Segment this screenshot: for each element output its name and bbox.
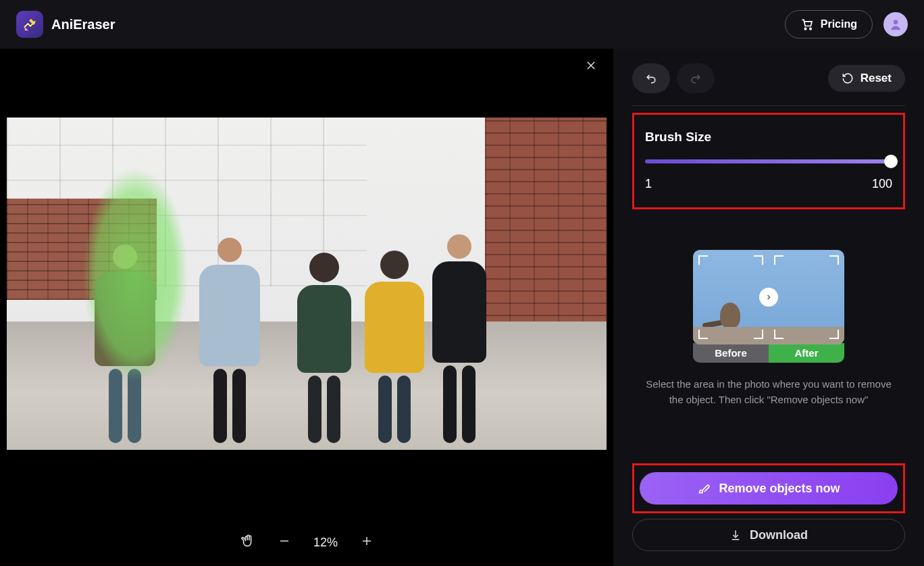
- reset-icon: [842, 72, 854, 84]
- logo-icon: [16, 11, 43, 38]
- user-icon: [889, 18, 902, 31]
- zoom-controls: 12%: [0, 519, 613, 566]
- preview-after: [769, 250, 844, 344]
- logo[interactable]: AniEraser: [16, 11, 116, 38]
- download-icon: [729, 529, 742, 541]
- remove-label: Remove objects now: [719, 482, 840, 496]
- chevron-right-icon: [759, 288, 778, 307]
- remove-objects-button[interactable]: Remove objects now: [640, 472, 898, 505]
- brush-icon: [697, 482, 711, 495]
- reset-button[interactable]: Reset: [828, 65, 905, 92]
- photo-person-5: [432, 234, 486, 443]
- undo-button[interactable]: [632, 63, 670, 93]
- brush-min: 1: [645, 177, 652, 191]
- photo-person-4: [365, 251, 424, 443]
- slider-thumb[interactable]: [884, 155, 898, 168]
- brush-size-panel: Brush Size 1 100: [632, 113, 905, 209]
- reset-label: Reset: [861, 72, 892, 85]
- undo-icon: [644, 72, 658, 85]
- remove-highlight-box: Remove objects now: [632, 463, 905, 513]
- brush-size-title: Brush Size: [645, 130, 892, 145]
- bottom-actions: Remove objects now Download: [632, 463, 905, 551]
- photo-person-2: [199, 238, 260, 443]
- brush-size-slider[interactable]: [645, 159, 892, 163]
- pricing-button[interactable]: Pricing: [785, 10, 873, 38]
- canvas-area: 12%: [0, 49, 613, 566]
- zoom-percent: 12%: [313, 536, 338, 550]
- download-button[interactable]: Download: [632, 519, 905, 551]
- download-label: Download: [750, 528, 808, 542]
- close-icon[interactable]: [585, 59, 597, 74]
- preview-before-label: Before: [693, 343, 769, 363]
- zoom-in-button[interactable]: [361, 535, 373, 550]
- preview-image: [693, 250, 844, 344]
- divider: [632, 105, 905, 106]
- avatar[interactable]: [883, 12, 908, 36]
- svg-point-0: [804, 28, 806, 29]
- zoom-out-button[interactable]: [278, 535, 290, 550]
- photo-canvas[interactable]: [7, 118, 607, 450]
- photo-person-3: [297, 253, 351, 443]
- preview: Before After Select the area in the phot…: [632, 250, 905, 408]
- app-header: AniEraser Pricing: [0, 0, 924, 49]
- pan-hand-icon[interactable]: [240, 534, 255, 552]
- app-title: AniEraser: [51, 17, 116, 32]
- brush-max: 100: [872, 177, 892, 191]
- photo-person-1: [95, 245, 155, 443]
- redo-button[interactable]: [677, 63, 715, 93]
- svg-point-2: [894, 20, 898, 24]
- header-actions: Pricing: [785, 10, 908, 38]
- hint-text: Select the area in the photo where you w…: [632, 376, 905, 408]
- main: 12% Reset Brush Size: [0, 49, 924, 566]
- svg-point-1: [810, 28, 812, 29]
- cart-icon: [800, 18, 814, 31]
- redo-icon: [689, 72, 702, 85]
- preview-after-label: After: [769, 343, 844, 363]
- preview-before: [693, 250, 769, 344]
- history-actions: Reset: [632, 63, 905, 93]
- image-stage[interactable]: [0, 49, 613, 519]
- pricing-label: Pricing: [821, 18, 857, 30]
- sidebar: Reset Brush Size 1 100: [613, 49, 924, 566]
